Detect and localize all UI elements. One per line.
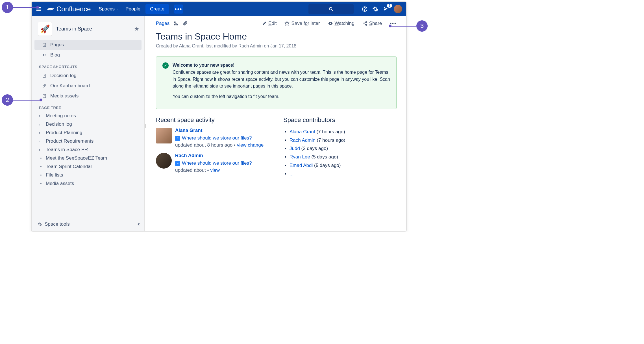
nav-spaces[interactable]: Spaces <box>99 6 119 12</box>
chevron-right-icon: › <box>39 122 43 127</box>
tree-label: Product Requirements <box>46 138 93 144</box>
contrib-time: (5 days ago) <box>314 163 341 168</box>
contrib-name[interactable]: Judd <box>290 146 300 151</box>
space-logo: 🚀 <box>38 22 52 36</box>
hierarchy-icon[interactable] <box>173 21 179 26</box>
activity-meta: updated about <box>175 167 206 173</box>
shortcut-kanban[interactable]: Our Kanban board <box>34 81 142 91</box>
space-name: Teams in Space <box>56 26 130 32</box>
page-title: Teams in Space Home <box>156 31 397 42</box>
contrib-time: (2 days ago) <box>301 146 328 151</box>
activity-line: ≡Where should we store our files? update… <box>175 160 269 174</box>
callout-3: 3 <box>416 20 428 32</box>
columns: Recent space activity Alana Grant ≡Where… <box>156 116 397 178</box>
sidebar-pages[interactable]: Pages <box>34 40 142 50</box>
create-more-button[interactable]: ••• <box>174 5 183 14</box>
nav-links: Spaces People <box>99 6 140 12</box>
gear-icon[interactable] <box>37 222 42 227</box>
tree-heading: PAGE TREE <box>32 101 144 112</box>
star-icon <box>284 21 290 26</box>
edit-button[interactable]: Edit <box>262 21 277 26</box>
watching-button[interactable]: Watching <box>328 21 354 26</box>
star-icon[interactable]: ★ <box>134 25 139 32</box>
link-icon <box>42 84 47 88</box>
list-item: Judd (2 days ago) <box>290 144 397 153</box>
check-icon: ✓ <box>162 62 169 69</box>
tree-meet-team[interactable]: •Meet the SeeSpaceEZ Team <box>32 154 144 162</box>
search-input[interactable] <box>308 4 354 14</box>
breadcrumb-pages[interactable]: Pages <box>156 21 169 26</box>
contrib-more[interactable]: ... <box>290 171 293 177</box>
tree-pr[interactable]: ›Teams in Space PR <box>32 145 144 154</box>
tree-label: Meeting notes <box>46 113 76 119</box>
list-item: Rach Admin (7 hours ago) <box>290 136 397 145</box>
confluence-icon <box>47 5 54 13</box>
page-byline: Created by Alana Grant, last modified by… <box>156 43 397 49</box>
chevron-right-icon: › <box>39 114 43 118</box>
recent-heading: Recent space activity <box>156 116 269 124</box>
tree-product-req[interactable]: ›Product Requirements <box>32 137 144 145</box>
resize-handle[interactable]: || <box>145 123 146 128</box>
avatar <box>156 128 172 143</box>
space-tools-label[interactable]: Space tools <box>45 221 70 227</box>
tree-label: Team Sprint Calendar <box>46 164 92 169</box>
tree-label: Decision log <box>46 121 72 127</box>
bullet-icon: • <box>39 164 43 169</box>
contrib-name[interactable]: Ryan Lee <box>290 154 310 160</box>
contrib-name[interactable]: Rach Admin <box>290 138 316 143</box>
svg-rect-18 <box>174 24 176 25</box>
share-button[interactable]: Share <box>362 21 382 26</box>
activity-link[interactable]: Where should we store our files? <box>182 160 252 166</box>
chevron-right-icon: › <box>39 130 43 135</box>
shortcut-decision-log[interactable]: Decision log <box>34 71 142 81</box>
bullet-icon: • <box>39 181 43 186</box>
svg-line-25 <box>364 24 366 25</box>
save-label: Save for later <box>291 21 320 26</box>
activity-meta: updated about 8 hours ago <box>175 142 232 148</box>
help-icon[interactable] <box>362 6 368 12</box>
activity-item: Alana Grant ≡Where should we store our f… <box>156 128 269 149</box>
tree-product-planning[interactable]: ›Product Planning <box>32 129 144 137</box>
tree-meeting-notes[interactable]: ›Meeting notes <box>32 112 144 120</box>
contrib-name[interactable]: Emad Abdi <box>290 163 313 168</box>
chevron-down-icon <box>116 7 119 11</box>
recent-activity-col: Recent space activity Alana Grant ≡Where… <box>156 116 269 178</box>
contrib-name[interactable]: Alana Grant <box>290 129 315 134</box>
tree-media-assets[interactable]: •Media assets <box>32 179 144 188</box>
contributors-col: Space contributors Alana Grant (7 hours … <box>283 116 397 178</box>
tree-file-lists[interactable]: •File lists <box>32 171 144 179</box>
bullet-icon: • <box>39 173 43 177</box>
share-label: Share <box>369 21 382 26</box>
activity-action[interactable]: view change <box>237 142 264 148</box>
brand[interactable]: Confluence <box>47 5 91 13</box>
callout-line-3 <box>391 26 416 27</box>
settings-icon[interactable] <box>372 6 378 12</box>
tree-sprint-cal[interactable]: •Team Sprint Calendar <box>32 162 144 171</box>
sidebar-blog[interactable]: Blog <box>34 50 142 60</box>
main-content: Pages Edit Save for later Watc <box>145 16 406 231</box>
panel-p1: Confluence spaces are great for sharing … <box>173 70 390 89</box>
panel-p2: You can customize the left navigation to… <box>173 93 390 100</box>
activity-user[interactable]: Alana Grant <box>175 128 269 133</box>
attachment-icon[interactable] <box>182 21 188 26</box>
collapse-icon[interactable]: ‹‹ <box>138 221 139 227</box>
panel-title: Welcome to your new space! <box>173 63 234 68</box>
activity-link[interactable]: Where should we store our files? <box>182 135 252 141</box>
app-body: 🚀 Teams in Space ★ Pages Blog SPACE SHOR… <box>32 16 406 231</box>
callout-1: 1 <box>2 2 13 13</box>
nav-people[interactable]: People <box>125 6 140 12</box>
tree-decision-log[interactable]: ›Decision log <box>32 120 144 129</box>
notifications-icon[interactable]: 2 <box>383 6 389 12</box>
shortcut-media[interactable]: Media assets <box>34 91 142 101</box>
user-avatar[interactable] <box>394 5 402 13</box>
watching-label: Watching <box>335 21 354 26</box>
activity-user[interactable]: Rach Admin <box>175 153 269 158</box>
callout-dot-3 <box>389 25 391 27</box>
sidebar: 🚀 Teams in Space ★ Pages Blog SPACE SHOR… <box>32 16 145 231</box>
svg-point-20 <box>330 23 331 24</box>
save-button[interactable]: Save for later <box>284 21 320 26</box>
callout-dot-1 <box>36 6 39 9</box>
create-button[interactable]: Create <box>145 4 169 14</box>
svg-rect-17 <box>174 21 176 23</box>
activity-action[interactable]: view <box>210 167 220 173</box>
